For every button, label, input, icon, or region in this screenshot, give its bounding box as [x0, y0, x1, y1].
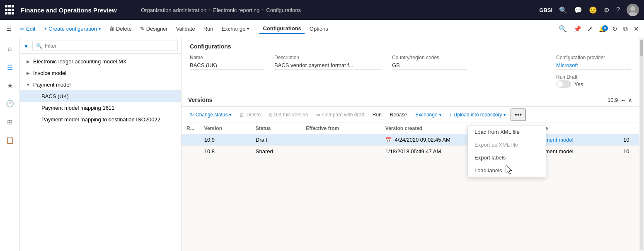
chat-icon[interactable]: 💬	[574, 6, 582, 14]
options-tab[interactable]: Options	[306, 24, 332, 34]
run-draft-toggle[interactable]	[556, 80, 571, 88]
filter-icon[interactable]: ▼	[23, 43, 29, 49]
upload-into-repo-button[interactable]: ↑ Upload into repository ▾	[446, 110, 509, 119]
calendar-icon-109: 📅	[385, 137, 392, 143]
top-bar-right: GBSI 🔍 💬 🙂 ⚙ ?	[539, 4, 639, 16]
breadcrumb: Organization administration › Electronic…	[141, 7, 536, 13]
designer-icon: ✎	[140, 26, 145, 32]
pagination-current: 10.9	[608, 97, 618, 103]
exchange-dropdown-menu: Load from XML file Export as XML file Ex…	[467, 125, 546, 177]
search-icon[interactable]: 🔍	[559, 6, 567, 14]
versions-delete-button[interactable]: 🗑 Delete	[236, 110, 264, 119]
field-description: Description BACS vendor payment format f…	[274, 55, 382, 70]
exchange-button[interactable]: Exchange ▾	[218, 24, 253, 34]
search-icon-filter: 🔍	[36, 43, 42, 49]
delete-button[interactable]: 🗑 Delete	[106, 24, 135, 34]
breadcrumb-org-admin[interactable]: Organization administration	[141, 7, 206, 13]
tree-item-payment-mapping-iso[interactable]: Payment model mapping to destination ISO…	[20, 113, 181, 125]
hamburger-button[interactable]: ☰	[3, 24, 15, 34]
edit-button[interactable]: ✏ Edit	[17, 24, 39, 34]
emoji-icon[interactable]: 🙂	[589, 6, 597, 14]
breadcrumb-configs[interactable]: Configurations	[266, 7, 301, 13]
compare-button[interactable]: ⇔ Compare with draft	[313, 110, 367, 119]
table-row-v108[interactable]: 10.8 Shared 1/18/2018 05:49:47 AM Paymen…	[182, 146, 639, 157]
designer-button[interactable]: ✎ Designer	[137, 24, 171, 34]
list-icon[interactable]: ☰	[2, 60, 17, 75]
toolbar-search-icon[interactable]: 🔍	[559, 25, 567, 33]
top-nav-bar: Finance and Operations Preview Organizat…	[0, 0, 644, 20]
cell-base-num-109: 10	[618, 134, 639, 146]
chevron-down-icon-2: ▾	[247, 27, 249, 31]
main-toolbar: ☰ ✏ Edit + Create configuration ▾ 🗑 Dele…	[0, 20, 644, 38]
get-this-version-button[interactable]: ⎘ Get this version	[266, 110, 311, 119]
dropdown-export-xml[interactable]: Export as XML file	[468, 138, 546, 151]
help-icon[interactable]: ?	[616, 6, 620, 14]
expand-icon[interactable]: ⤢	[586, 24, 594, 34]
cell-status-108: Shared	[251, 146, 301, 157]
svg-point-0	[630, 6, 635, 11]
dropdown-load-labels[interactable]: Load labels	[468, 164, 546, 177]
field-provider: Configuration provider Microsoft	[556, 55, 631, 70]
tree-toggle-invoice-model[interactable]: ▶	[25, 70, 31, 76]
versions-data-table: R... Version Status Effective from Versi…	[182, 123, 639, 157]
breadcrumb-er[interactable]: Electronic reporting	[213, 7, 259, 13]
settings-icon[interactable]: ⚙	[604, 6, 610, 14]
run-button[interactable]: Run	[200, 24, 217, 34]
col-effective-from: Effective from	[301, 123, 380, 134]
trash-icon: 🗑	[109, 26, 114, 32]
refresh-icon[interactable]: ↻	[610, 24, 619, 34]
validate-button[interactable]: Validate	[173, 24, 199, 34]
table-row-v109[interactable]: 10.9 Draft 📅 4/24/2020 09:02:45 AM Payme…	[182, 134, 639, 146]
app-logo-area: Finance and Operations Preview	[5, 5, 138, 15]
cell-version-108: 10.8	[199, 146, 251, 157]
field-provider-group: Configuration provider Microsoft Run Dra…	[556, 55, 631, 88]
cell-effective-109	[301, 134, 380, 146]
breadcrumb-sep-1: ›	[209, 7, 211, 13]
toolbar-right-icons: 📌 ⤢ 🔔 0 ↻ ⧉ ✕	[572, 24, 641, 34]
upload-icon-v: ↑	[450, 112, 452, 118]
pin-icon[interactable]: 📌	[572, 24, 583, 34]
versions-exchange-button[interactable]: Exchange ▾	[412, 110, 444, 119]
change-status-button[interactable]: ↻ Change status ▾	[186, 110, 235, 119]
chevron-down-status: ▾	[229, 113, 231, 117]
pagination-collapse[interactable]: ∧	[628, 97, 632, 103]
dropdown-export-labels[interactable]: Export labels	[468, 151, 546, 164]
org-badge: GBSI	[539, 7, 552, 13]
tree-toggle-payment-model[interactable]: ▼	[25, 81, 31, 88]
tree-items: ▶ Electronic ledger accounting model MX …	[20, 54, 181, 251]
versions-table: R... Version Status Effective from Versi…	[182, 123, 639, 251]
grid-icon[interactable]: ⊞	[2, 114, 17, 129]
star-icon[interactable]: ★	[2, 78, 17, 93]
tree-item-payment-model[interactable]: ▼ Payment model	[20, 79, 181, 90]
refresh-icon-status: ↻	[190, 112, 194, 118]
chevron-down-icon: ▾	[99, 27, 101, 31]
tree-item-electronic-ledger[interactable]: ▶ Electronic ledger accounting model MX	[20, 56, 181, 67]
clock-icon[interactable]: 🕐	[2, 96, 17, 111]
main-layout: ⌂ ☰ ★ 🕐 ⊞ 📋 ▼ 🔍 ▶ Electronic ledger acco…	[0, 38, 644, 251]
right-scrollbar[interactable]	[639, 38, 644, 251]
close-icon[interactable]: ✕	[632, 24, 641, 34]
detail-header: Configurations Name BACS (UK) Descriptio…	[182, 38, 639, 93]
dropdown-load-xml[interactable]: Load from XML file	[468, 126, 546, 138]
col-status: Status	[251, 123, 301, 134]
detach-icon[interactable]: ⧉	[622, 24, 629, 34]
run-draft-group: Run Draft Yes	[556, 73, 631, 88]
avatar[interactable]	[627, 4, 639, 16]
toggle-knob	[557, 81, 563, 87]
col-r: R...	[182, 123, 199, 134]
more-options-button[interactable]: •••	[511, 109, 526, 121]
create-config-button[interactable]: + Create configuration ▾	[40, 24, 104, 34]
waffle-icon[interactable]	[5, 5, 15, 15]
rebase-button[interactable]: Rebase	[387, 110, 410, 119]
tree-item-invoice-model[interactable]: ▶ Invoice model	[20, 67, 181, 79]
tree-item-payment-mapping-1611[interactable]: Payment model mapping 1611	[20, 102, 181, 113]
versions-run-button[interactable]: Run	[369, 110, 385, 119]
tree-item-bacs-uk[interactable]: BACS (UK)	[20, 90, 181, 102]
filter-input[interactable]	[45, 43, 174, 49]
configurations-tab[interactable]: Configurations	[259, 24, 304, 34]
home-icon[interactable]: ⌂	[2, 41, 17, 56]
tree-toggle-electronic-ledger[interactable]: ▶	[25, 58, 31, 65]
plus-icon: +	[44, 26, 47, 32]
detail-section-title: Configurations	[190, 43, 631, 50]
notes-icon[interactable]: 📋	[2, 133, 17, 147]
